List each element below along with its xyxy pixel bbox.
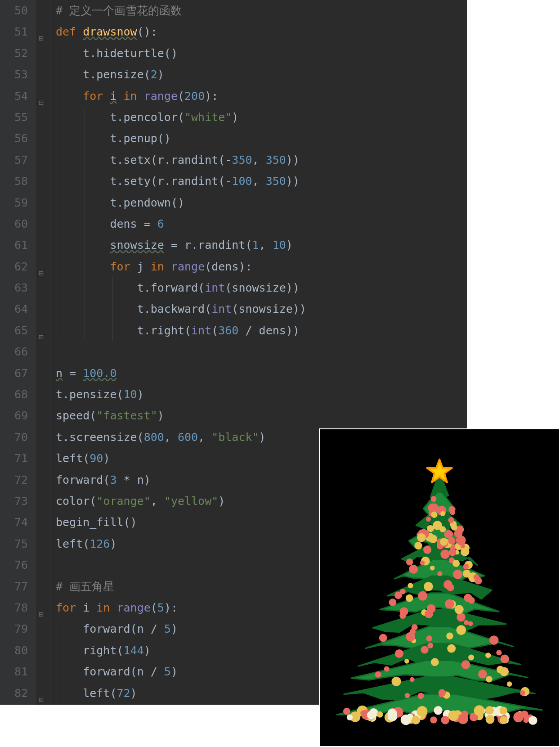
code-line[interactable]: forward(3 * n) xyxy=(56,469,306,490)
code-line[interactable]: t.sety(r.randint(-100, 350)) xyxy=(56,171,306,192)
fold-close-icon[interactable]: ⊡ xyxy=(39,326,44,347)
code-line[interactable]: def drawsnow(): xyxy=(56,21,306,42)
code-line[interactable]: t.setx(r.randint(-350, 350)) xyxy=(56,149,306,171)
svg-point-59 xyxy=(456,625,466,635)
line-number: 81 xyxy=(0,661,28,682)
line-number-gutter: 5051525354555657585960616263646566676869… xyxy=(0,0,36,705)
code-token: t.pensize( xyxy=(83,68,151,81)
code-line[interactable]: t.pencolor("white") xyxy=(56,107,306,128)
code-line[interactable]: for i in range(200): xyxy=(56,86,306,107)
code-line[interactable]: n = 100.0 xyxy=(56,363,306,384)
code-token: ( xyxy=(211,324,218,337)
svg-point-175 xyxy=(500,716,508,724)
code-token: 200 xyxy=(184,90,205,103)
code-line[interactable]: forward(n / 5) xyxy=(56,661,306,682)
code-token: speed( xyxy=(56,409,96,422)
code-token: t.forward( xyxy=(137,281,205,294)
line-number: 82 xyxy=(0,683,28,704)
code-token: right( xyxy=(83,644,123,657)
code-token: t.penup() xyxy=(110,132,170,145)
code-token: range xyxy=(171,260,205,273)
code-line[interactable]: left(126) xyxy=(56,533,306,554)
code-line[interactable]: speed("fastest") xyxy=(56,405,306,426)
code-token: ): xyxy=(164,601,178,614)
code-token: ) xyxy=(110,537,116,550)
svg-point-202 xyxy=(412,716,420,724)
fold-open-icon[interactable]: ⊟ xyxy=(39,92,44,113)
svg-point-127 xyxy=(423,546,431,554)
code-token: , xyxy=(259,238,273,252)
code-line[interactable]: snowsize = r.randint(1, 10) xyxy=(56,234,306,256)
code-line[interactable]: t.backward(int(snowsize)) xyxy=(56,298,306,320)
svg-point-204 xyxy=(360,711,366,716)
line-number: 51 xyxy=(0,21,28,42)
code-line[interactable]: t.screensize(800, 600, "black") xyxy=(56,427,306,448)
code-line[interactable]: for i in range(5): xyxy=(56,597,306,618)
line-number: 73 xyxy=(0,490,28,512)
code-token: 144 xyxy=(124,644,144,657)
code-token: ( xyxy=(178,90,184,103)
code-line[interactable]: color("orange", "yellow") xyxy=(56,490,306,512)
svg-point-102 xyxy=(456,536,466,545)
code-line[interactable]: dens = 6 xyxy=(56,213,306,234)
code-token: 6 xyxy=(157,217,164,230)
line-number: 60 xyxy=(0,213,28,234)
code-line[interactable]: right(144) xyxy=(56,640,306,661)
svg-point-182 xyxy=(499,706,507,714)
code-line[interactable]: t.pendown() xyxy=(56,192,306,213)
svg-point-115 xyxy=(425,610,433,618)
code-token: )) xyxy=(286,153,300,166)
code-line[interactable] xyxy=(56,341,306,362)
code-token: begin_fill() xyxy=(56,516,137,529)
svg-point-205 xyxy=(387,709,397,718)
line-number: 63 xyxy=(0,277,28,298)
svg-point-88 xyxy=(453,570,462,579)
code-line[interactable]: begin_fill() xyxy=(56,512,306,533)
line-number: 77 xyxy=(0,576,28,597)
code-token: color( xyxy=(56,495,96,508)
code-line[interactable]: # 定义一个画雪花的函数 xyxy=(56,0,306,21)
fold-open-icon[interactable]: ⊟ xyxy=(39,603,44,625)
fold-open-icon[interactable]: ⊟ xyxy=(39,27,44,49)
code-line[interactable]: t.right(int(360 / dens)) xyxy=(56,320,306,341)
line-number: 71 xyxy=(0,448,28,469)
svg-point-188 xyxy=(474,705,485,716)
svg-point-74 xyxy=(431,658,439,666)
svg-point-91 xyxy=(426,517,431,522)
code-token: t.pendown() xyxy=(110,196,184,209)
svg-point-122 xyxy=(520,690,525,696)
code-token: t.setx(r.randint(- xyxy=(110,153,232,166)
code-token: 10 xyxy=(124,388,137,401)
svg-point-76 xyxy=(440,538,448,545)
code-token: ( xyxy=(151,601,157,614)
code-line[interactable]: t.hideturtle() xyxy=(56,43,306,64)
code-line[interactable] xyxy=(56,554,306,576)
fold-close-icon[interactable]: ⊡ xyxy=(39,689,44,710)
svg-point-199 xyxy=(448,711,458,721)
code-line[interactable]: t.pensize(10) xyxy=(56,384,306,405)
code-line[interactable]: t.forward(int(snowsize)) xyxy=(56,277,306,298)
line-number: 69 xyxy=(0,405,28,426)
code-token: 100.0 xyxy=(83,367,116,380)
code-line[interactable]: t.penup() xyxy=(56,128,306,149)
code-line[interactable]: left(90) xyxy=(56,448,306,469)
svg-point-134 xyxy=(445,599,454,609)
svg-point-75 xyxy=(486,676,493,683)
code-token: ) xyxy=(171,622,178,635)
line-number: 72 xyxy=(0,469,28,490)
svg-point-107 xyxy=(424,582,433,591)
code-token: ) xyxy=(157,409,164,422)
code-line[interactable]: forward(n / 5) xyxy=(56,618,306,639)
line-number: 58 xyxy=(0,171,28,192)
code-line[interactable]: for j in range(dens): xyxy=(56,256,306,277)
code-line[interactable]: # 画五角星 xyxy=(56,576,306,597)
code-line[interactable]: left(72) xyxy=(56,683,306,704)
fold-open-icon[interactable]: ⊟ xyxy=(39,262,44,284)
fold-column[interactable]: ⊟⊟⊟⊡⊟⊡ xyxy=(36,0,50,705)
svg-point-171 xyxy=(434,706,442,715)
code-token: t.right( xyxy=(137,324,191,337)
code-area[interactable]: # 定义一个画雪花的函数def drawsnow(): t.hideturtle… xyxy=(50,0,306,705)
svg-point-195 xyxy=(485,706,494,715)
code-token: 800 xyxy=(144,431,164,444)
code-line[interactable]: t.pensize(2) xyxy=(56,64,306,85)
